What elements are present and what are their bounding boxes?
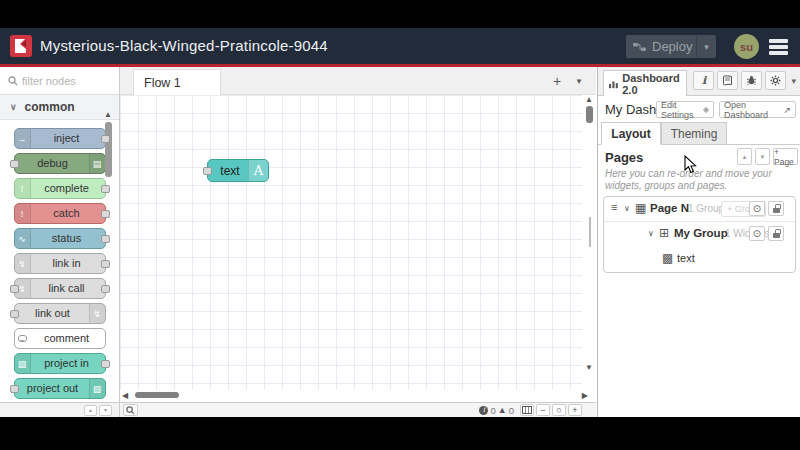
gear-icon [703,106,709,114]
widget-name: text [677,252,695,264]
flow-list-caret-icon[interactable]: ▾ [570,76,588,86]
settings-tab-button[interactable] [765,71,786,90]
category-label: common [25,100,75,114]
tab-layout[interactable]: Layout [601,122,661,145]
tab-dashboard-2[interactable]: Dashboard 2.0 [603,70,687,96]
palette-node-debug[interactable]: ▤debug [14,153,106,174]
user-avatar[interactable]: su [734,34,759,59]
triangle-up-icon: ▴ [743,153,747,161]
palette-scrollbar[interactable]: ▲ [104,111,112,177]
workspace: Flow 1 + ▾ text A ▲ ▼ ◀ ▶ [120,67,596,417]
palette-node-inject[interactable]: →inject [14,128,106,149]
palette-search[interactable] [0,67,119,95]
scroll-right-icon[interactable]: ▶ [582,391,588,400]
sidebar-tabbar: Dashboard 2.0 i ▾ [598,67,800,96]
palette-node-catch[interactable]: !catch [14,203,106,224]
pages-header: Pages ▴ ▾ + Page [598,149,800,167]
collapse-all-button[interactable]: ▴ [84,405,97,416]
chart-bars-icon [609,79,618,89]
open-dashboard-button[interactable]: Open Dashboard ↗ [719,101,796,118]
palette-node-complete[interactable]: !complete [14,178,106,199]
debug-tab-button[interactable] [741,71,762,90]
page-lock-button[interactable] [768,201,784,216]
zoom-out-button[interactable]: − [536,404,550,416]
drag-handle-icon[interactable]: ≡ [611,201,617,213]
tree-row-group[interactable]: ∨ ⊞ My Group 1 Widgets ⊙ [604,222,795,247]
page-visibility-button[interactable]: ⊙ [749,201,765,216]
search-icon [8,76,18,86]
warning-icon: ▲ [498,405,507,415]
deploy-label: Deploy [652,39,692,54]
layout-tree: ≡ ∨ ▦ Page N 1 Groups + Group ⊙ ∨ ⊞ My G… [603,196,796,273]
sidebar-caret-icon[interactable]: ▾ [791,76,796,86]
zoom-in-button[interactable]: + [568,404,582,416]
add-flow-button[interactable]: + [548,73,566,89]
group-lock-button[interactable] [768,226,784,241]
palette-footer: ▴ ▾ [0,402,119,417]
palette-node-comment[interactable]: comment [14,328,106,349]
deploy-button[interactable]: Deploy ▾ [626,35,716,58]
chevron-down-icon[interactable]: ∨ [624,204,630,213]
scroll-left-icon[interactable]: ◀ [122,391,128,400]
palette-node-link-out[interactable]: ↯link out [14,303,106,324]
scroll-down-icon[interactable]: ▼ [582,363,596,372]
scroll-up-icon[interactable]: ▲ [104,111,112,119]
palette-scrollbar-thumb[interactable] [105,122,112,177]
node-input-port[interactable] [203,167,212,175]
navigator-button[interactable] [520,404,534,416]
canvas-search-button[interactable] [123,404,138,416]
palette-node-status[interactable]: ∿status [14,228,106,249]
palette-category-common[interactable]: ∨ common [0,95,119,120]
canvas-vertical-scrollbar[interactable]: ▲ ▼ [582,95,596,390]
palette-node-label: debug [15,157,91,169]
node-port [101,235,110,243]
node-port [10,160,19,168]
lock-icon [773,233,780,238]
sidebar-toolbar: i ▾ [693,71,796,90]
move-page-down-button[interactable]: ▾ [755,148,770,165]
avatar-initials: su [740,41,753,53]
node-port [10,310,19,318]
tree-row-widget[interactable]: ▩ text [604,247,795,272]
palette-node-label: catch [29,207,105,219]
palette-node-link-call[interactable]: ↯link call [14,278,106,299]
main-menu-icon[interactable] [769,39,788,57]
palette-node-label: inject [29,132,105,144]
app-logo-icon[interactable] [10,35,32,57]
deploy-caret-icon[interactable]: ▾ [696,35,716,58]
vscroll-thumb[interactable] [586,106,593,123]
scroll-up-icon[interactable]: ▲ [582,95,596,104]
palette-node-label: link out [15,307,91,319]
text-widget-icon: A [248,160,268,181]
palette-node-project-in[interactable]: ▧project in [14,353,106,374]
filter-nodes-input[interactable] [22,75,102,87]
group-visibility-button[interactable]: ⊙ [749,226,765,241]
link-bolt-icon: ↯ [89,304,105,323]
page-icon: ▦ [635,201,646,215]
tab-theming[interactable]: Theming [661,122,727,145]
chevron-down-icon[interactable]: ∨ [648,229,654,238]
flow-canvas[interactable]: text A [120,95,582,390]
palette-node-link-in[interactable]: ↯link in [14,253,106,274]
canvas-horizontal-scrollbar[interactable]: ◀ ▶ [120,390,596,402]
edit-settings-button[interactable]: Edit Settings [656,101,714,118]
node-label: text [214,164,246,178]
external-link-icon: ↗ [783,105,791,115]
book-icon [722,75,733,86]
node-red-app: Mysterious-Black-Winged-Pratincole-9044 … [0,28,800,417]
palette-node-list: →inject▤debug!complete!catch∿status↯link… [0,120,119,403]
palette-node-project-out[interactable]: ▧project out [14,378,106,399]
tab-flow-1[interactable]: Flow 1 [133,69,221,95]
lock-icon [773,208,780,213]
add-page-button[interactable]: + Page [773,148,798,165]
move-page-up-button[interactable]: ▴ [737,148,752,165]
zoom-reset-button[interactable]: ○ [552,404,566,416]
flow-node-text[interactable]: text A [207,159,269,182]
tree-row-page[interactable]: ≡ ∨ ▦ Page N 1 Groups + Group ⊙ [604,197,795,222]
node-port [101,260,110,268]
hscroll-thumb[interactable] [135,392,179,398]
info-tab-button[interactable]: i [693,71,714,90]
pages-heading: Pages [605,150,643,165]
help-tab-button[interactable] [717,71,738,90]
expand-all-button[interactable]: ▾ [99,405,112,416]
